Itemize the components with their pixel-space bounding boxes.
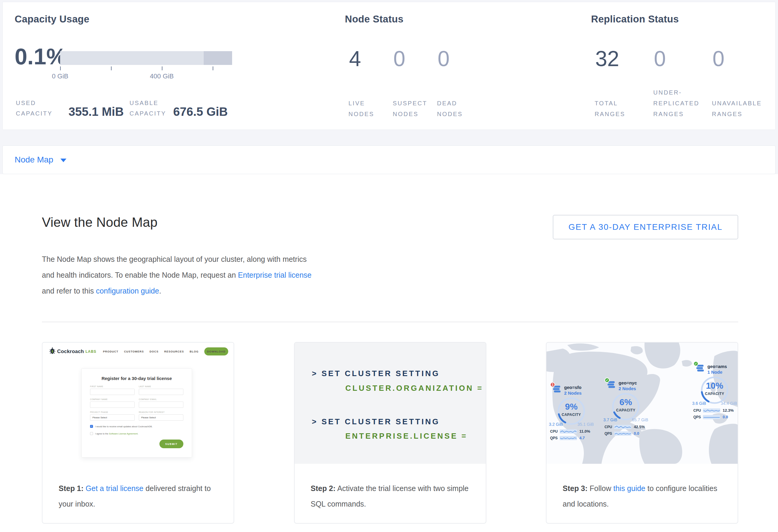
usable-capacity-label: USABLE CAPACITY — [130, 98, 173, 119]
locality-name: geo=ams — [707, 364, 727, 369]
sql-command-2: SET CLUSTER SETTING — [322, 417, 440, 426]
mini-first-name-input — [90, 389, 135, 395]
mini-company-email-input — [139, 401, 183, 408]
cpu-value: 11.0% — [579, 429, 590, 434]
cluster-summary-card: Capacity Usage 0.1% 0 GiB 400 GiB US — [2, 2, 776, 130]
mini-last-name-input — [139, 389, 183, 395]
capacity-gauge: 9% CAPACITY 3.2 GiB 35.1 GiB CPU 11.0% — [549, 397, 594, 445]
description-text: . — [159, 287, 161, 295]
mini-submit-button: SUBMIT — [159, 440, 183, 448]
mini-nav-product: PRODUCT — [103, 350, 119, 353]
capacity-label: CAPACITY — [692, 392, 737, 396]
capacity-usage-section: Capacity Usage 0.1% 0 GiB 400 GiB US — [15, 2, 242, 130]
locality-name: geo=nyc — [619, 380, 637, 386]
dead-nodes-label: DEAD NODES — [437, 98, 474, 120]
locality-node-count: 2 Nodes — [619, 386, 637, 391]
mini-project-phase-label: PROJECT PHASE — [90, 411, 135, 413]
capacity-axis-ticks — [60, 66, 232, 71]
unavailable-ranges-label: UNAVAILABLE RANGES — [712, 98, 764, 120]
step1-label: Step 1: — [59, 484, 83, 492]
sql-setting-organization: CLUSTER.ORGANIZATION = — [345, 384, 483, 393]
qps-label: QPS — [605, 432, 614, 436]
cpu-sparkline — [560, 429, 577, 434]
mini-nav-customers: CUSTOMERS — [124, 350, 144, 353]
mini-site-nav: PRODUCT CUSTOMERS DOCS RESOURCES BLOG DO… — [103, 348, 228, 356]
enterprise-trial-button[interactable]: GET A 30-DAY ENTERPRISE TRIAL — [553, 215, 738, 239]
replication-status-title: Replication Status — [591, 13, 679, 25]
qps-sparkline — [703, 415, 720, 419]
mini-nav-docs: DOCS — [150, 350, 159, 353]
cpu-label: CPU — [693, 408, 703, 412]
step2-label: Step 2: — [311, 484, 336, 492]
step2-card: > SET CLUSTER SETTING CLUSTER.ORGANIZATI… — [294, 342, 486, 524]
live-nodes-label: LIVE NODES — [348, 98, 386, 120]
mini-form-title: Register for a 30-day trial license — [90, 376, 183, 381]
locality-node-count: 2 Nodes — [564, 390, 581, 396]
configuration-guide-link[interactable]: configuration guide — [96, 287, 159, 295]
capacity-gauge: 10% CAPACITY 3.6 GiB 34.4 GiB CPU 12.3% — [692, 376, 737, 424]
live-nodes-count: 4 — [349, 47, 393, 70]
mini-checkbox-unchecked — [90, 432, 93, 435]
qps-sparkline — [560, 436, 577, 440]
step2-caption: Step 2: Activate the trial license with … — [295, 464, 486, 523]
sql-prompt: > — [312, 417, 322, 426]
map-node-ams: ✓ geo=ams 1 Node 10% CAPACITY — [692, 364, 737, 424]
map-node-sfo: 1 geo=sfo 2 Nodes 9% CAPACITY — [549, 384, 594, 445]
locality-node-count: 1 Node — [707, 369, 727, 375]
brand-suffix: LABS — [86, 350, 97, 354]
node-map-selector-label: Node Map — [15, 155, 53, 165]
locality-name: geo=sfo — [564, 384, 581, 390]
mini-reason-label: REASON FOR INTEREST — [139, 411, 183, 413]
used-capacity-value: 355.1 MiB — [69, 105, 130, 119]
qps-value: 4.7 — [579, 436, 585, 440]
under-replicated-count: 0 — [654, 47, 712, 70]
mini-download-button: DOWNLOAD — [204, 348, 228, 356]
under-replicated-label: UNDER-REPLICATED RANGES — [653, 87, 706, 120]
used-capacity-label: USED CAPACITY — [16, 98, 69, 119]
database-icon: ✓ — [696, 364, 705, 373]
usable-capacity-value: 676.5 GiB — [173, 105, 228, 119]
healthy-badge: ✓ — [605, 378, 610, 383]
used-gib: 3.7 GiB — [603, 417, 617, 422]
sql-setting-license: ENTERPRISE.LICENSE = — [345, 432, 468, 441]
cpu-value: 12.3% — [723, 408, 734, 412]
mini-company-name-input — [90, 401, 135, 408]
suspect-nodes-label: SUSPECT NODES — [393, 98, 430, 120]
capacity-bar-track — [60, 51, 232, 65]
capacity-gauge: 6% CAPACITY 3.7 GiB 65.7 GiB CPU 42.5% — [603, 392, 648, 440]
node-map-selector[interactable]: Node Map — [2, 145, 776, 174]
step3-card: 1 geo=sfo 2 Nodes 9% CAPACITY — [546, 342, 738, 524]
cpu-label: CPU — [605, 425, 614, 429]
replication-status-section: Replication Status 32 0 0 TOTAL RANGES U… — [591, 2, 778, 130]
node-map-intro-section: View the Node Map GET A 30-DAY ENTERPRIS… — [0, 215, 778, 524]
database-icon: 1 — [552, 384, 561, 393]
chevron-down-icon — [60, 159, 66, 162]
error-badge: 1 — [550, 382, 555, 387]
total-ranges-count: 32 — [595, 47, 654, 70]
step1-caption: Step 1: Get a trial license delivered st… — [43, 464, 234, 523]
used-gib: 3.2 GiB — [549, 422, 563, 427]
total-gib: 35.1 GiB — [577, 422, 594, 427]
suspect-nodes-count: 0 — [393, 47, 438, 70]
mini-email-updates-label: I would like to receive email updates ab… — [95, 425, 153, 428]
get-trial-license-link[interactable]: Get a trial license — [86, 484, 143, 492]
enterprise-trial-license-link[interactable]: Enterprise trial license — [238, 271, 312, 279]
mini-nav-resources: RESOURCES — [164, 350, 184, 353]
cpu-value: 42.5% — [634, 425, 645, 429]
mini-reason-select: Please Select — [139, 414, 183, 421]
capacity-stats-row: USED CAPACITY 355.1 MiB USABLE CAPACITY … — [16, 98, 228, 119]
step3-caption: Step 3: Follow this guide to configure l… — [546, 464, 737, 523]
mini-company-name-label: COMPANY NAME — [90, 398, 135, 400]
this-guide-link[interactable]: this guide — [614, 484, 645, 492]
total-ranges-label: TOTAL RANGES — [595, 98, 647, 120]
qps-label: QPS — [693, 415, 703, 419]
cockroach-logo-icon — [49, 348, 56, 356]
node-status-title: Node Status — [345, 13, 403, 25]
capacity-percent: 10% — [692, 381, 737, 391]
database-icon: ✓ — [607, 380, 616, 389]
capacity-bar: 0 GiB 400 GiB — [60, 51, 232, 81]
total-gib: 34.4 GiB — [721, 401, 737, 406]
qps-value: 0.0 — [634, 431, 639, 436]
qps-sparkline — [614, 432, 631, 436]
total-gib: 65.7 GiB — [632, 417, 648, 422]
